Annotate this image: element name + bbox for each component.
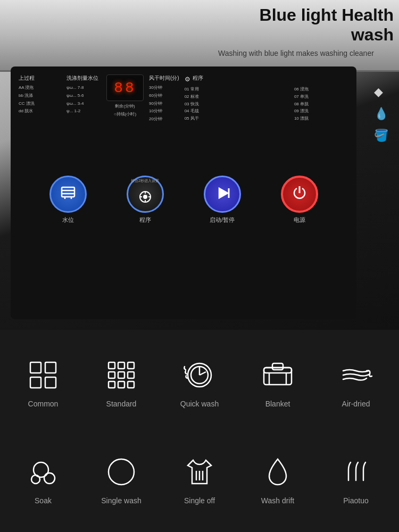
common-icon bbox=[24, 356, 62, 394]
svg-rect-14 bbox=[30, 362, 41, 373]
prog-06: 06 浸泡 bbox=[294, 86, 348, 93]
svg-rect-17 bbox=[45, 377, 56, 388]
icon-cell-standard: Standard bbox=[84, 335, 159, 430]
svg-rect-16 bbox=[30, 377, 41, 388]
svg-point-38 bbox=[31, 475, 40, 484]
top-section: Blue light Health wash Washing with blue… bbox=[0, 0, 399, 330]
power-label: 电源 bbox=[294, 216, 305, 224]
svg-rect-22 bbox=[118, 372, 124, 378]
air-dried-label: Air-dried bbox=[342, 399, 370, 409]
single-off-label: Single off bbox=[184, 496, 215, 505]
water-icon bbox=[59, 183, 78, 205]
icon-cell-single-wash: Single wash bbox=[84, 433, 159, 527]
power-icon bbox=[290, 184, 309, 204]
icon-cell-wash-drift: Wash drift bbox=[240, 433, 315, 527]
svg-rect-18 bbox=[109, 362, 115, 369]
program-gear-icon: ⚙ 程序 bbox=[185, 74, 348, 84]
blanket-label: Blanket bbox=[265, 399, 290, 409]
piaotuo-label: Piaotuo bbox=[343, 496, 368, 505]
process-cc: CC 漂洗 bbox=[19, 101, 61, 107]
air-dried-icon bbox=[337, 356, 375, 394]
single-wash-label: Single wash bbox=[101, 496, 142, 505]
prog-10: 10 漂脱 bbox=[294, 115, 348, 122]
prog-09: 09 漂洗 bbox=[294, 108, 348, 115]
icon-cell-piaotuo: Piaotuo bbox=[318, 433, 394, 527]
start-label: 启动/暂停 bbox=[210, 216, 235, 224]
start-btn-group: 启动/暂停 bbox=[204, 176, 241, 224]
svg-marker-11 bbox=[219, 188, 228, 198]
remain-sub: ○持续(小时) bbox=[114, 111, 136, 117]
mug-icon: 🪣 bbox=[374, 129, 388, 143]
power-button[interactable] bbox=[281, 176, 318, 213]
col-process: 上过程 AA 浸泡 bb 洗涤 CC 漂洗 dd 脱水 bbox=[19, 74, 61, 115]
panel-row-top: 上过程 AA 浸泡 bb 洗涤 CC 漂洗 dd 脱水 洗涤剂量水位 ψω...… bbox=[19, 74, 348, 160]
program-btn-group: 按住2秒进入设置 程序 bbox=[127, 176, 164, 224]
detergent-l2: ψω... 5-6 bbox=[66, 93, 101, 99]
svg-rect-0 bbox=[62, 187, 74, 197]
prog-05: 05 风干 bbox=[185, 115, 239, 122]
main-title: Blue light Health wash bbox=[213, 5, 394, 45]
process-title: 上过程 bbox=[19, 74, 61, 82]
detergent-title: 洗涤剂量水位 bbox=[66, 74, 101, 82]
icon-cell-single-off: Single off bbox=[162, 433, 237, 527]
wind-title: 风干时间(分) bbox=[149, 74, 179, 82]
single-wash-icon bbox=[103, 453, 140, 491]
col-program: ⚙ 程序 01 常用 06 浸泡 02 标准 07 单洗 03 快洗 08 单脱… bbox=[185, 74, 348, 122]
svg-rect-26 bbox=[128, 381, 134, 388]
prog-07: 07 单洗 bbox=[294, 94, 348, 101]
piaotuo-icon bbox=[337, 453, 375, 491]
play-pause-icon bbox=[214, 185, 231, 204]
diamond-icon: ◆ bbox=[374, 85, 388, 99]
detergent-l3: ψω... 3-4 bbox=[66, 101, 101, 107]
prog-03: 03 快洗 bbox=[185, 101, 239, 108]
detergent-l1: ψω... 7-8 bbox=[66, 85, 101, 92]
icon-cell-soak: Soak bbox=[5, 433, 81, 527]
svg-rect-15 bbox=[45, 362, 56, 373]
prog-04: 04 毛毯 bbox=[185, 108, 239, 115]
col-detergent: 洗涤剂量水位 ψω... 7-8 ψω... 5-6 ψω... 3-4 ψ..… bbox=[66, 74, 101, 115]
standard-label: Standard bbox=[106, 399, 137, 409]
svg-line-30 bbox=[200, 372, 206, 375]
col-wind: 风干时间(分) 30分钟 60分钟 90分钟 10分钟 20分钟 bbox=[149, 74, 179, 123]
program-button[interactable]: 按住2秒进入设置 bbox=[127, 176, 164, 213]
subtitle: Washing with blue light makes washing cl… bbox=[213, 49, 394, 57]
soak-label: Soak bbox=[35, 496, 52, 505]
panel-main-bg: 上过程 AA 浸泡 bb 洗涤 CC 漂洗 dd 脱水 洗涤剂量水位 ψω...… bbox=[11, 66, 356, 319]
icon-cell-quick-wash: Quick wash bbox=[162, 335, 237, 430]
detergent-l4: ψ... 1-2 bbox=[66, 108, 101, 115]
water-level-label: 水位 bbox=[62, 216, 74, 224]
wind-3: 90分钟 bbox=[149, 101, 179, 107]
process-dd: dd 脱水 bbox=[19, 108, 61, 115]
svg-rect-20 bbox=[128, 362, 134, 369]
svg-rect-19 bbox=[118, 362, 124, 369]
program-hint: 按住2秒进入设置 bbox=[131, 178, 159, 184]
single-off-icon bbox=[181, 453, 218, 491]
svg-point-37 bbox=[44, 473, 55, 484]
col-display: 88 剩余(分钟) ○持续(小时) bbox=[106, 74, 144, 117]
icon-cell-air-dried: Air-dried bbox=[318, 335, 394, 430]
water-level-button[interactable] bbox=[49, 176, 87, 213]
buttons-row: 水位 按住2秒进入设置 bbox=[19, 170, 348, 229]
standard-icon bbox=[103, 356, 140, 394]
svg-rect-21 bbox=[109, 372, 115, 378]
led-display: 88 bbox=[106, 74, 144, 101]
process-aa: AA 浸泡 bbox=[19, 85, 61, 92]
blanket-icon bbox=[259, 356, 296, 394]
wind-4: 10分钟 bbox=[149, 108, 179, 115]
icon-cell-blanket: Blanket bbox=[240, 335, 315, 430]
wind-5: 20分钟 bbox=[149, 116, 179, 123]
svg-rect-25 bbox=[118, 381, 124, 388]
wash-drift-label: Wash drift bbox=[261, 496, 295, 505]
svg-point-6 bbox=[144, 195, 147, 198]
svg-rect-23 bbox=[128, 372, 134, 378]
program-icon bbox=[137, 189, 153, 207]
spray-icon: 💧 bbox=[374, 107, 388, 121]
start-button[interactable] bbox=[204, 176, 241, 213]
prog-02: 02 标准 bbox=[185, 94, 239, 101]
led-digits: 88 bbox=[114, 80, 136, 96]
prog-08: 08 单脱 bbox=[294, 101, 348, 108]
wind-1: 30分钟 bbox=[149, 85, 179, 92]
svg-rect-35 bbox=[272, 363, 283, 370]
common-label: Common bbox=[28, 399, 59, 409]
process-bb: bb 洗涤 bbox=[19, 93, 61, 99]
